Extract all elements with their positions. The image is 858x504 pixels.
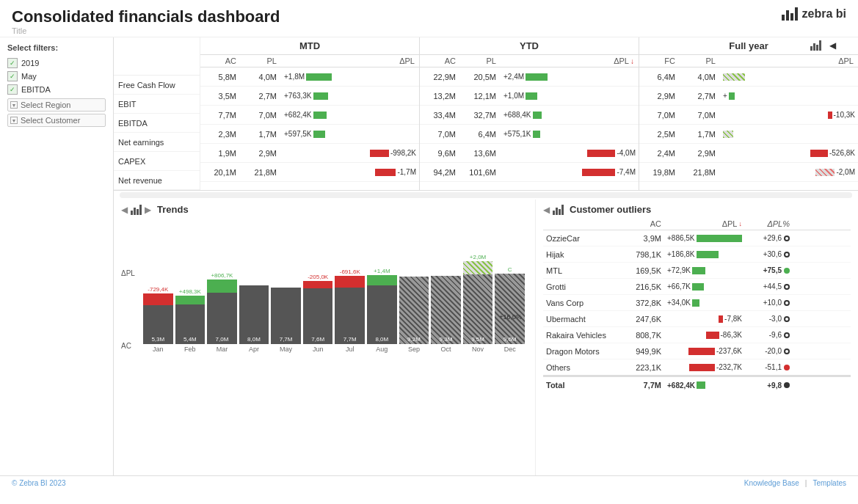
ytd-row-2: 33,4M 32,7M +688,4K bbox=[420, 106, 639, 125]
bar-jun: -205,0K 7,6M Jun bbox=[303, 274, 333, 353]
row-ebit: EBIT bbox=[114, 95, 200, 114]
fullyear-logo bbox=[810, 40, 821, 51]
filter-ebitda-label: EBITDA bbox=[21, 85, 51, 94]
customer-total-row: Total 7,7M +682,4K +9,8 bbox=[543, 376, 851, 393]
copyright-link[interactable]: © Zebra BI 2023 bbox=[12, 479, 66, 487]
ytd-row-4: 9,6M 13,6M -4,0M bbox=[420, 144, 639, 163]
trends-logo bbox=[131, 205, 142, 215]
trends-chart: ΔPL AC -729,4K bbox=[121, 218, 528, 365]
trends-section: ◀ ▶ Trends ΔPL bbox=[114, 200, 536, 475]
mtd-header: MTD bbox=[200, 37, 419, 55]
ytd-col-ac: AC bbox=[420, 55, 460, 67]
filter-region-label: Select Region bbox=[21, 101, 71, 109]
customer-section: ◀ Customer outliers bbox=[536, 200, 858, 475]
ytd-header: YTD bbox=[420, 37, 639, 55]
page-title: Consolidated financials dashboard bbox=[12, 7, 280, 26]
fy-row-5: 19,8M 21,8M -2,0M bbox=[639, 163, 858, 182]
ac-axis-label: AC bbox=[121, 342, 131, 350]
mtd-col-ac: AC bbox=[200, 55, 241, 67]
customer-row-dragon: Dragon Motors 949,9K -237,6K -20,0 bbox=[543, 343, 851, 359]
fy-col-dpl: ΔPL bbox=[720, 55, 858, 67]
filter-year-label: 2019 bbox=[21, 59, 39, 67]
bar-jan: -729,4K 5,3M Jan bbox=[143, 286, 173, 353]
fy-col-pl: PL bbox=[680, 55, 720, 67]
metrics-area: Free Cash Flow EBIT EBITDA Net earnings … bbox=[114, 37, 858, 191]
col-header-pct: ΔPL% bbox=[745, 219, 793, 228]
customer-title: Customer outliers bbox=[570, 204, 651, 215]
customer-row-rakaira: Rakaira Vehicles 808,7K -86,3K -9,6 bbox=[543, 327, 851, 343]
filter-customer-label: Select Customer bbox=[21, 116, 80, 125]
row-net-revenue: Net revenue bbox=[114, 171, 200, 190]
sidebar-title: Select filters: bbox=[7, 43, 106, 52]
filter-year[interactable]: ✓ 2019 bbox=[7, 56, 106, 70]
fy-row-3: 2,5M 1,7M bbox=[639, 125, 858, 144]
bar-mar: +806,7K 7,0M Mar bbox=[207, 272, 237, 353]
customer-row-ozzie: OzzieCar 3,9M +886,5K +29,6 bbox=[543, 230, 851, 246]
mtd-col-dpl: ΔPL bbox=[281, 55, 419, 67]
trends-nav-right[interactable]: ▶ bbox=[145, 205, 151, 215]
bar-dec: C 9,6M Dec bbox=[495, 266, 525, 353]
customer-nav-left[interactable]: ◀ bbox=[543, 205, 550, 215]
trends-title: Trends bbox=[157, 204, 189, 215]
zebra-logo: zebra bi bbox=[782, 7, 846, 21]
customer-row-ubermacht: Ubermacht 247,6K -7,8K -3,0 bbox=[543, 311, 851, 327]
mtd-row-2: 7,7M 7,0M +682,4K bbox=[200, 106, 419, 125]
customer-row-hijak: Hijak 798,1K +186,8K +30,6 bbox=[543, 246, 851, 263]
fy-row-0: 6,4M 4,0M bbox=[639, 67, 858, 87]
customer-row-grotti: Grotti 216,5K +66,7K +44,5 bbox=[543, 279, 851, 295]
bar-may: 7,7M May bbox=[271, 274, 301, 353]
mtd-row-4: 1,9M 2,9M -998,2K bbox=[200, 144, 419, 163]
mtd-row-1: 3,5M 2,7M +763,3K bbox=[200, 87, 419, 106]
ytd-col-pl: PL bbox=[460, 55, 501, 67]
row-capex: CAPEX bbox=[114, 152, 200, 171]
templates-link[interactable]: Templates bbox=[812, 479, 846, 487]
bar-oct: 9,3M Oct bbox=[431, 263, 461, 353]
filter-region[interactable]: ▼ Select Region bbox=[7, 98, 106, 112]
bar-aug: +1,4M 8,0M Aug bbox=[367, 268, 397, 353]
customer-logo bbox=[553, 205, 564, 215]
fy-row-4: 2,4M 2,9M -526,8K bbox=[639, 144, 858, 163]
filter-ebitda[interactable]: ✓ EBITDA bbox=[7, 83, 106, 96]
ytd-row-0: 22,9M 20,5M +2,4M bbox=[420, 67, 639, 87]
customer-row-mtl: MTL 169,5K +72,9K +75,5 bbox=[543, 263, 851, 279]
customer-table: AC ΔPL ↓ ΔPL% OzzieCar 3,9M bbox=[543, 218, 851, 393]
col-header-ac: AC bbox=[624, 219, 664, 228]
fy-col-fc: FC bbox=[639, 55, 680, 67]
fy-row-1: 2,9M 2,7M + bbox=[639, 87, 858, 106]
row-ebitda: EBITDA bbox=[114, 114, 200, 133]
footer: © Zebra BI 2023 Knowledge Base | Templat… bbox=[0, 475, 858, 490]
ytd-col-dpl: ΔPL ↓ bbox=[501, 55, 639, 67]
row-net-earnings: Net earnings bbox=[114, 133, 200, 152]
ytd-section: YTD AC PL ΔPL ↓ 22,9M 20,5M bbox=[420, 37, 639, 190]
row-free-cash-flow: Free Cash Flow bbox=[114, 76, 200, 95]
mtd-row-5: 20,1M 21,8M -1,7M bbox=[200, 163, 419, 182]
mtd-col-pl: PL bbox=[241, 55, 281, 67]
filter-customer[interactable]: ▼ Select Customer bbox=[7, 114, 106, 127]
chart-bars: -729,4K 5,3M Jan bbox=[143, 218, 525, 353]
ytd-row-5: 94,2M 101,6M -7,4M bbox=[420, 163, 639, 182]
fy-row-2: 7,0M 7,0M -10,3K bbox=[639, 106, 858, 125]
page-subtitle: Title bbox=[12, 26, 280, 35]
col-header-dpl: ΔPL ↓ bbox=[664, 219, 745, 228]
dec-pct-label: +16,0% bbox=[499, 313, 522, 321]
bar-sep: 9,2M Sep bbox=[399, 263, 429, 353]
sidebar: Select filters: ✓ 2019 ✓ May ✓ EBITDA ▼ … bbox=[0, 37, 114, 475]
mtd-row-3: 2,3M 1,7M +597,5K bbox=[200, 125, 419, 144]
filter-month-label: May bbox=[21, 72, 37, 81]
knowledge-base-link[interactable]: Knowledge Base bbox=[744, 479, 799, 487]
bottom-area: ◀ ▶ Trends ΔPL bbox=[114, 200, 858, 475]
customer-row-others: Others 223,1K -232,7K -51,1 bbox=[543, 359, 851, 376]
logo-text: zebra bi bbox=[802, 7, 846, 21]
metrics-labels: Free Cash Flow EBIT EBITDA Net earnings … bbox=[114, 37, 200, 190]
fullyear-header: Full year bbox=[639, 37, 858, 55]
mtd-row-0: 5,8M 4,0M +1,8M bbox=[200, 67, 419, 87]
bar-nov: +2,0M 9,5M Nov bbox=[463, 254, 493, 353]
filter-month[interactable]: ✓ May bbox=[7, 70, 106, 83]
mtd-section: MTD AC PL ΔPL 5,8M 4,0M +1,8M bbox=[200, 37, 420, 190]
metrics-scrollbar[interactable] bbox=[120, 192, 852, 198]
ytd-row-3: 7,0M 6,4M +575,1K bbox=[420, 125, 639, 144]
fullyear-nav-left[interactable]: ◀ bbox=[829, 40, 836, 51]
trends-nav-left[interactable]: ◀ bbox=[121, 205, 128, 215]
customer-row-vanscorp: Vans Corp 372,8K +34,0K +10,0 bbox=[543, 295, 851, 311]
bar-jul: -691,6K 7,7M Jul bbox=[335, 269, 365, 353]
